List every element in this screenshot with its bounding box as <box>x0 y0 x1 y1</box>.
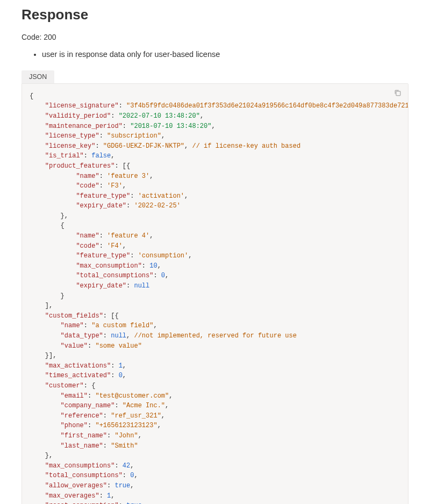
code-prefix: Code: <box>22 33 44 41</box>
svg-rect-0 <box>396 91 400 96</box>
note-item: user is in response data only for user-b… <box>42 49 408 61</box>
status-code-line: Code: 200 <box>22 33 408 41</box>
code-block: { "license_signature": "3f4b5f9fdc0486de… <box>22 83 408 504</box>
response-heading: Response <box>22 6 408 23</box>
json-code: { "license_signature": "3f4b5f9fdc0486de… <box>30 91 400 504</box>
code-tabs: JSON <box>22 70 408 83</box>
code-value: 200 <box>44 33 56 41</box>
copy-icon[interactable] <box>394 89 402 97</box>
response-notes: user is in response data only for user-b… <box>22 49 408 61</box>
tab-json[interactable]: JSON <box>22 70 54 83</box>
